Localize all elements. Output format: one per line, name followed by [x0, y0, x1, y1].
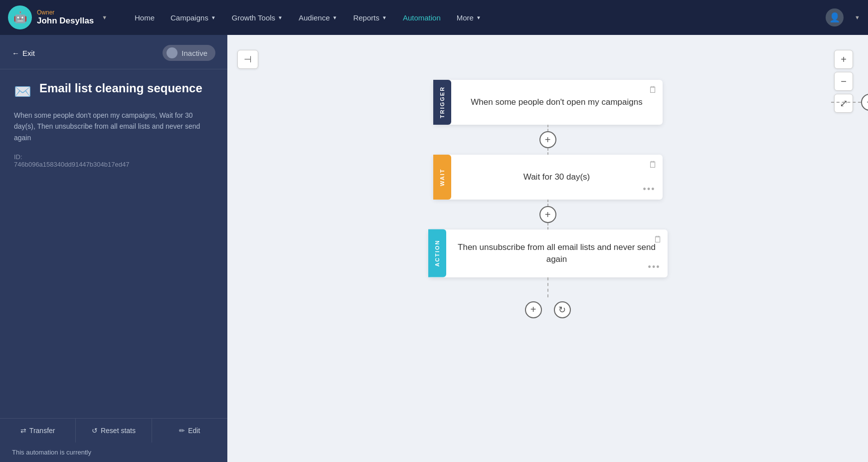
- connector-line-1b: [547, 148, 548, 155]
- trigger-label-bar: TRIGGER: [433, 80, 451, 125]
- nav-logo[interactable]: 🤖: [8, 5, 32, 29]
- edit-button[interactable]: ✏ Edit: [152, 419, 227, 443]
- action-node-body: Then unsubscribe from all email lists an…: [446, 230, 668, 277]
- reset-stats-icon: ↺: [92, 427, 98, 435]
- owner-label: Owner: [37, 9, 94, 16]
- transfer-button[interactable]: ⇄ Transfer: [0, 419, 76, 443]
- nav-growth-tools[interactable]: Growth Tools ▼: [225, 9, 290, 26]
- owner-name: John Desyllas: [37, 16, 94, 26]
- nav-audience[interactable]: Audience ▼: [292, 9, 344, 26]
- reports-arrow: ▼: [382, 15, 387, 20]
- connector-3: [547, 277, 548, 297]
- toggle-container: Inactive: [163, 45, 215, 61]
- collapse-icon: ⊣: [244, 54, 252, 65]
- sequence-id: ID: 746b096a158340dd91447b304b17ed47: [14, 153, 213, 168]
- sidebar-title-row: ✉️ Email list cleaning sequence: [14, 81, 213, 100]
- zoom-out-icon: −: [841, 76, 847, 87]
- toggle-circle: [167, 47, 177, 58]
- edit-icon: ✏: [179, 427, 185, 435]
- nav-owner-info: Owner John Desyllas: [37, 9, 94, 26]
- connector-line-3: [547, 277, 548, 297]
- refresh-button[interactable]: ↻: [554, 301, 571, 318]
- sidebar: ← Exit Inactive ✉️ Email list cleaning s…: [0, 35, 227, 462]
- zoom-in-icon: +: [841, 54, 847, 65]
- id-value: 746b096a158340dd91447b304b17ed47: [14, 161, 129, 168]
- connector-2: +: [539, 200, 556, 230]
- trigger-node-body: When some people don't open my campaigns: [451, 80, 663, 125]
- connector-line-2: [547, 200, 548, 206]
- connector-1: +: [539, 125, 556, 155]
- action-node-row: ACTION Then unsubscribe from all email l…: [257, 230, 838, 277]
- add-step-button-1[interactable]: +: [539, 131, 556, 148]
- exit-arrow-icon: ←: [12, 49, 19, 57]
- nav-more[interactable]: More ▼: [450, 9, 488, 26]
- add-step-button-2[interactable]: +: [539, 206, 556, 223]
- audience-arrow: ▼: [333, 15, 338, 20]
- action-label-bar: ACTION: [428, 230, 446, 277]
- action-more-menu[interactable]: •••: [648, 262, 661, 272]
- edit-label: Edit: [188, 427, 200, 435]
- bottom-connectors: + ↻: [525, 301, 571, 318]
- trigger-node-row: TRIGGER When some people don't open my c…: [257, 80, 838, 125]
- reset-stats-button[interactable]: ↺ Reset stats: [76, 419, 152, 443]
- action-node[interactable]: ACTION Then unsubscribe from all email l…: [428, 230, 668, 277]
- trigger-side-connector: +: [831, 94, 868, 111]
- top-nav: 🤖 Owner John Desyllas ▼ Home Campaigns ▼…: [0, 0, 868, 35]
- trigger-note-icon[interactable]: 🗒: [649, 85, 658, 95]
- sidebar-header: ← Exit Inactive: [0, 35, 227, 69]
- action-node-text: Then unsubscribe from all email lists an…: [456, 241, 658, 265]
- trigger-node-text: When some people don't open my campaigns: [471, 96, 642, 108]
- nav-automation[interactable]: Automation: [396, 9, 448, 26]
- wait-node-body: Wait for 30 day(s): [451, 155, 663, 200]
- connector-line-2b: [547, 223, 548, 230]
- wait-node-row: WAIT Wait for 30 day(s) 🗒 •••: [257, 155, 838, 200]
- sidebar-status: This automation is currently: [0, 443, 227, 462]
- sequence-icon: ✉️: [14, 83, 31, 100]
- growth-tools-arrow: ▼: [278, 15, 283, 20]
- trigger-node[interactable]: TRIGGER When some people don't open my c…: [433, 80, 663, 125]
- campaigns-arrow: ▼: [211, 15, 216, 20]
- sequence-description: When some people don't open my campaigns…: [14, 110, 213, 143]
- sidebar-footer: ⇄ Transfer ↺ Reset stats ✏ Edit: [0, 418, 227, 443]
- nav-brand: 🤖 Owner John Desyllas ▼: [8, 5, 128, 29]
- nav-links: Home Campaigns ▼ Growth Tools ▼ Audience…: [128, 9, 826, 26]
- nav-campaigns[interactable]: Campaigns ▼: [164, 9, 223, 26]
- inactive-toggle[interactable]: Inactive: [163, 45, 215, 61]
- nav-right: 👤 ▼: [826, 8, 860, 26]
- main-layout: ← Exit Inactive ✉️ Email list cleaning s…: [0, 35, 868, 462]
- wait-node-text: Wait for 30 day(s): [523, 171, 590, 183]
- nav-reports[interactable]: Reports ▼: [346, 9, 393, 26]
- side-dashed-line: [831, 102, 861, 103]
- nav-home[interactable]: Home: [128, 9, 162, 26]
- automation-canvas[interactable]: ⊣ + − ⤢ TRIGGER When some peop: [227, 35, 868, 462]
- wait-more-menu[interactable]: •••: [643, 184, 656, 195]
- transfer-label: Transfer: [29, 427, 55, 435]
- wait-label-bar: WAIT: [433, 155, 451, 200]
- zoom-in-button[interactable]: +: [834, 50, 853, 69]
- trigger-add-branch-button[interactable]: +: [861, 94, 868, 111]
- user-dropdown-arrow[interactable]: ▼: [855, 14, 860, 20]
- add-end-button[interactable]: +: [525, 301, 542, 318]
- owner-dropdown-arrow[interactable]: ▼: [102, 14, 107, 20]
- more-arrow: ▼: [476, 15, 481, 20]
- connector-line-1: [547, 125, 548, 131]
- wait-note-icon[interactable]: 🗒: [649, 160, 658, 170]
- user-avatar[interactable]: 👤: [826, 8, 844, 26]
- collapse-sidebar-button[interactable]: ⊣: [237, 50, 258, 69]
- status-text: This automation is currently: [12, 449, 91, 456]
- exit-button[interactable]: ← Exit: [12, 49, 35, 57]
- wait-node[interactable]: WAIT Wait for 30 day(s) 🗒 •••: [433, 155, 663, 200]
- action-note-icon[interactable]: 🗒: [654, 234, 663, 245]
- transfer-icon: ⇄: [20, 427, 26, 435]
- reset-stats-label: Reset stats: [101, 427, 136, 435]
- exit-label: Exit: [22, 49, 35, 57]
- canvas-content: ⊣ + − ⤢ TRIGGER When some peop: [227, 35, 868, 434]
- toggle-label: Inactive: [181, 49, 207, 57]
- sidebar-body: ✉️ Email list cleaning sequence When som…: [0, 69, 227, 418]
- sequence-title: Email list cleaning sequence: [39, 81, 202, 96]
- id-label: ID:: [14, 153, 22, 161]
